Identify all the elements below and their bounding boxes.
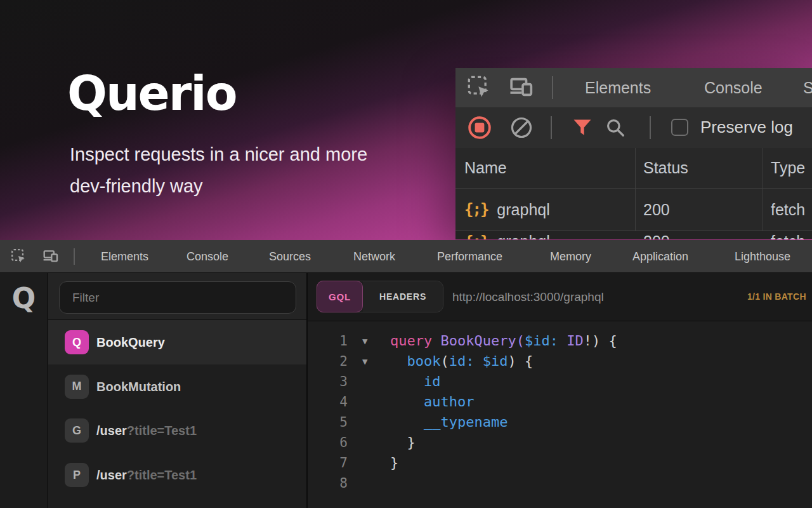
tab-lighthouse[interactable]: Lighthouse (735, 250, 790, 264)
clear-network-log-icon[interactable] (510, 116, 533, 142)
fold-arrow-icon[interactable]: ▼ (362, 356, 367, 366)
device-toolbar-icon[interactable] (43, 248, 59, 267)
mutation-badge: M (65, 375, 89, 399)
line-number: 5 (308, 415, 348, 430)
code-line: 1 ▼ query BookQuery($id: ID!) { (308, 331, 812, 352)
request-name: graphql (497, 201, 549, 219)
tagline: Inspect requests in a nicer and more dev… (70, 138, 367, 202)
tab-headers[interactable]: HEADERS (363, 281, 443, 312)
preserve-log-checkbox[interactable] (671, 119, 688, 136)
tab-application[interactable]: Application (632, 250, 688, 264)
code-text: query BookQuery($id: ID!) { (390, 333, 617, 349)
request-item-bookquery[interactable]: Q BookQuery (48, 320, 306, 364)
tab-sources[interactable]: Sources (269, 250, 311, 264)
network-request-row[interactable]: {;} graphql 200 fetch (455, 189, 812, 231)
code-text: __typename (390, 414, 508, 430)
mini-tab-console[interactable]: Console (704, 79, 763, 97)
mini-tab-elements[interactable]: Elements (585, 79, 651, 97)
filter-bar (48, 273, 306, 320)
column-header-name[interactable]: Name (455, 159, 635, 177)
code-text: author (390, 394, 474, 410)
hero-banner: Querio Inspect requests in a nicer and m… (0, 0, 812, 240)
code-line: 8 (308, 474, 812, 494)
search-icon[interactable] (605, 117, 625, 140)
view-tab-group: GQL HEADERS (317, 281, 443, 312)
tab-elements[interactable]: Elements (101, 250, 148, 264)
code-text: id (390, 373, 440, 389)
request-type-cell: fetch (763, 232, 805, 239)
tagline-line-1: Inspect requests in a nicer and more (70, 138, 367, 170)
tagline-line-2: dev-friendly way (70, 170, 367, 202)
filter-input[interactable] (59, 281, 296, 314)
querio-rail: Q (0, 273, 48, 508)
get-badge: G (65, 418, 89, 443)
code-line: 6 } (308, 433, 812, 453)
tab-network[interactable]: Network (353, 250, 395, 264)
detail-topbar: GQL HEADERS http://localhost:3000/graphq… (308, 273, 812, 321)
code-text: } (390, 434, 416, 450)
request-type-cell: fetch (763, 201, 805, 219)
line-number: 1 (308, 333, 348, 349)
inspect-element-icon[interactable] (467, 75, 492, 103)
line-number: 7 (308, 455, 348, 471)
preserve-log-label: Preserve log (700, 117, 793, 137)
mini-devtools-screenshot: Elements Console Sources (455, 68, 812, 239)
code-line: 4 author (308, 392, 812, 413)
request-item-post-user[interactable]: P /user?title=Test1 (48, 453, 306, 497)
request-query-string: ?title=Test1 (127, 424, 197, 438)
filter-funnel-icon[interactable] (572, 119, 593, 139)
querio-panel: Q Q BookQuery M BookMutation G /user?tit… (0, 273, 812, 508)
code-line: 5 __typename (308, 413, 812, 433)
record-network-log-icon[interactable] (468, 116, 492, 142)
request-status-cell: 200 (635, 201, 763, 219)
query-badge: Q (65, 330, 89, 354)
line-number: 3 (308, 374, 348, 389)
batch-badge: 1/1 IN BATCH (747, 291, 806, 302)
device-toolbar-icon[interactable] (509, 75, 534, 103)
request-name-cell: {;} graphql (455, 232, 635, 239)
network-table-header: Name Status Type (455, 148, 812, 189)
tab-console[interactable]: Console (187, 250, 228, 264)
toolbar-separator (650, 116, 651, 139)
graphql-query-editor[interactable]: 1 ▼ query BookQuery($id: ID!) { 2 ▼ book… (308, 322, 812, 508)
request-name: graphql (497, 232, 549, 239)
code-line: 7 } (308, 453, 812, 474)
code-text: } (390, 455, 398, 471)
app-logo-title: Querio (67, 66, 236, 121)
request-item-bookmutation[interactable]: M BookMutation (48, 364, 306, 408)
fold-arrow-icon[interactable]: ▼ (362, 336, 367, 346)
line-number: 6 (308, 435, 348, 450)
toolbar-separator (551, 116, 552, 139)
inspect-element-icon[interactable] (11, 248, 27, 267)
tab-memory[interactable]: Memory (550, 250, 591, 264)
mini-devtools-tabbar: Elements Console Sources (455, 68, 812, 107)
line-number: 8 (308, 476, 348, 491)
toolbar-separator (552, 76, 553, 99)
request-name-cell: {;} graphql (455, 201, 635, 219)
request-label: BookMutation (96, 379, 181, 394)
request-item-get-user[interactable]: G /user?title=Test1 (48, 408, 306, 453)
request-status-cell: 200 (635, 232, 763, 239)
mini-network-toolbar: Preserve log (455, 107, 812, 148)
code-line: 2 ▼ book(id: $id) { (308, 352, 812, 372)
tab-performance[interactable]: Performance (437, 250, 502, 264)
querio-logo-icon: Q (0, 282, 48, 314)
fetch-braces-icon: {;} (464, 201, 488, 218)
request-path: /user (96, 468, 127, 482)
mini-tab-sources[interactable]: Sources (803, 79, 812, 97)
line-number: 2 (308, 354, 348, 369)
code-line: 3 id (308, 372, 812, 392)
code-text: book(id: $id) { (390, 353, 533, 369)
mini-network-table: Name Status Type {;} graphql 200 fetch {… (455, 148, 812, 239)
network-request-row-clipped[interactable]: {;} graphql 200 fetch (455, 231, 812, 239)
request-detail-panel: GQL HEADERS http://localhost:3000/graphq… (308, 273, 812, 508)
request-path: /user (96, 424, 127, 438)
tab-gql[interactable]: GQL (317, 281, 363, 312)
fetch-braces-icon: {;} (464, 233, 488, 240)
line-number: 4 (308, 394, 348, 410)
request-query-string: ?title=Test1 (127, 468, 197, 482)
post-badge: P (65, 463, 89, 487)
column-header-type[interactable]: Type (763, 159, 805, 177)
request-label: BookQuery (96, 335, 165, 349)
column-header-status[interactable]: Status (635, 159, 763, 177)
